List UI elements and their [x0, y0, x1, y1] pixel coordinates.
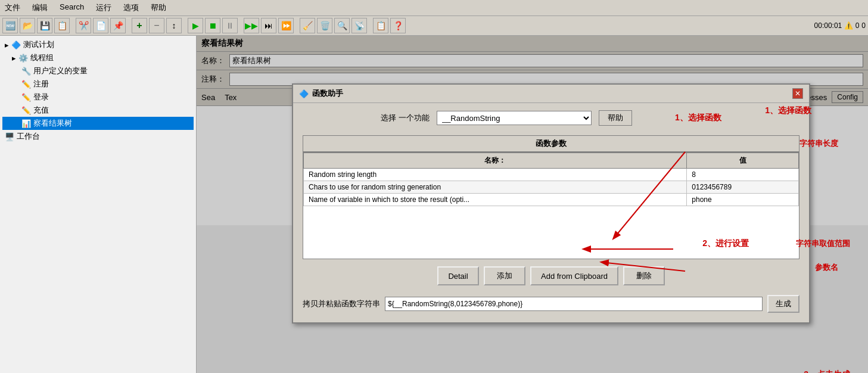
col-header-value: 值	[687, 153, 799, 169]
func-select-label: 选择 一个功能	[381, 113, 430, 123]
save-all-button[interactable]: 📋	[54, 18, 70, 33]
step1-text: 1、选择函数	[675, 113, 721, 123]
main-layout: ▸ 🔷 测试计划 ▸ ⚙️ 线程组 🔧 用户定义的变量 ✏️ 注册 ✏️ 登录 …	[0, 36, 868, 373]
content-area: 察看结果树 名称： 注释： Sea Tex 仅日志错误 Successes Co…	[197, 36, 868, 373]
expand-button[interactable]: ↕	[166, 18, 182, 33]
status-area: 00:00:01 ⚠️ 0 0	[814, 21, 866, 30]
add-button[interactable]: 添加	[484, 266, 525, 285]
cut-button[interactable]: ✂️	[76, 18, 91, 33]
expand-icon: ▸	[12, 54, 16, 63]
sidebar-item-register[interactable]: ✏️ 注册	[2, 77, 194, 91]
search-icon-btn[interactable]: 🔍	[334, 18, 350, 33]
user-vars-icon: 🔧	[21, 67, 31, 76]
toolbar: 🆕 📂 💾 📋 ✂️ 📄 📌 + − ↕ ▶ ⏹ ⏸ ▶▶ ⏭ ⏩ 🧹 🗑️ 🔍…	[0, 16, 868, 36]
stop-button[interactable]: ⏹	[205, 18, 220, 33]
delete-button[interactable]: 删除	[623, 266, 665, 285]
menu-run[interactable]: 运行	[94, 1, 114, 14]
test-plan-icon: 🔷	[11, 41, 21, 49]
clipboard-label: 拷贝并粘贴函数字符串	[303, 299, 380, 309]
clear2-button[interactable]: 🗑️	[317, 18, 332, 33]
error-count: 0	[861, 21, 866, 30]
func-selector-row: 选择 一个功能 __RandomString 帮助 1、选择函数	[303, 110, 799, 126]
sidebar-item-thread-group[interactable]: ▸ ⚙️ 线程组	[2, 51, 194, 64]
sidebar: ▸ 🔷 测试计划 ▸ ⚙️ 线程组 🔧 用户定义的变量 ✏️ 注册 ✏️ 登录 …	[0, 36, 197, 373]
row-name: Chars to use for random string generatio…	[304, 181, 687, 194]
menu-edit[interactable]: 编辑	[30, 1, 50, 14]
list-button[interactable]: 📋	[373, 18, 388, 33]
step-button[interactable]: ⏭	[261, 18, 276, 33]
run2-button[interactable]: ▶▶	[244, 18, 259, 33]
pause-button[interactable]: ⏸	[222, 18, 238, 33]
results-icon: 📊	[21, 119, 31, 128]
open-button[interactable]: 📂	[20, 18, 35, 33]
menu-search[interactable]: Search	[57, 1, 86, 14]
sidebar-item-label: 注册	[33, 79, 49, 89]
table-row[interactable]: Name of variable in which to store the r…	[304, 194, 799, 206]
help-button[interactable]: ❓	[390, 18, 406, 33]
new-button[interactable]: 🆕	[2, 18, 18, 33]
dialog-titlebar: 🔷 函数助手 ✕	[293, 85, 809, 103]
menubar: 文件 编辑 Search 运行 选项 帮助	[0, 0, 868, 16]
dialog-icon: 🔷	[299, 89, 309, 98]
run-button[interactable]: ▶	[188, 18, 203, 33]
clipboard-input[interactable]	[385, 297, 763, 311]
login-icon: ✏️	[21, 93, 31, 102]
action-buttons: Detail 添加 Add from Clipboard 删除	[303, 266, 799, 285]
col-header-name: 名称：	[304, 153, 687, 169]
params-title: 函数参数	[303, 135, 799, 152]
close-button[interactable]: ✕	[792, 88, 803, 99]
sidebar-item-label: 用户定义的变量	[33, 66, 88, 76]
row-name: Name of variable in which to store the r…	[304, 194, 687, 206]
detail-button[interactable]: Detail	[437, 266, 479, 285]
register-icon: ✏️	[21, 80, 31, 89]
expand-icon: ▸	[5, 41, 9, 49]
add-button[interactable]: +	[132, 18, 147, 33]
copy-button[interactable]: 📄	[93, 18, 108, 33]
step1-annotation: 1、选择函数	[765, 105, 811, 116]
sidebar-item-results-tree[interactable]: 📊 察看结果树	[2, 117, 194, 130]
row-value: 0123456789	[687, 181, 799, 194]
dialog-body: 1、选择函数 选择 一个功能 __RandomString 帮助 1、选择函数 …	[293, 103, 809, 322]
sidebar-item-label: 充值	[33, 105, 49, 116]
sidebar-item-workbench[interactable]: 🖥️ 工作台	[2, 130, 194, 143]
menu-help[interactable]: 帮助	[148, 1, 169, 14]
row-value: 8	[687, 169, 799, 181]
table-row[interactable]: Random string length 8	[304, 169, 799, 181]
dialog-title-text: 函数助手	[312, 88, 343, 99]
save-button[interactable]: 💾	[37, 18, 52, 33]
remove-button[interactable]: −	[149, 18, 164, 33]
clipboard-row: 拷贝并粘贴函数字符串 生成	[303, 293, 799, 315]
sidebar-item-label: 察看结果树	[33, 118, 72, 129]
sidebar-item-user-vars[interactable]: 🔧 用户定义的变量	[2, 64, 194, 77]
recharge-icon: ✏️	[21, 106, 31, 115]
sidebar-item-label: 工作台	[17, 131, 40, 142]
sidebar-item-label: 测试计划	[23, 39, 54, 50]
time-display: 00:00:01	[814, 21, 842, 30]
warning-count: ⚠️ 0	[844, 21, 859, 30]
generate-button[interactable]: 生成	[767, 295, 799, 313]
clear-button[interactable]: 🧹	[300, 18, 315, 33]
sidebar-item-login[interactable]: ✏️ 登录	[2, 91, 194, 104]
params-table-container: 名称： 值 Random string length 8 Chars to us…	[303, 152, 799, 259]
workbench-icon: 🖥️	[5, 132, 14, 141]
params-table: 名称： 值 Random string length 8 Chars to us…	[303, 153, 799, 206]
sidebar-item-test-plan[interactable]: ▸ 🔷 测试计划	[2, 38, 194, 51]
row-name: Random string length	[304, 169, 687, 181]
sidebar-item-recharge[interactable]: ✏️ 充值	[2, 104, 194, 117]
table-row[interactable]: Chars to use for random string generatio…	[304, 181, 799, 194]
menu-options[interactable]: 选项	[121, 1, 141, 14]
paste-button[interactable]: 📌	[110, 18, 126, 33]
menu-file[interactable]: 文件	[2, 1, 23, 14]
add-clipboard-button[interactable]: Add from Clipboard	[530, 266, 618, 285]
row-value: phone	[687, 194, 799, 206]
func-select[interactable]: __RandomString	[437, 111, 592, 125]
step2-button[interactable]: ⏩	[278, 18, 294, 33]
remote-button[interactable]: 📡	[351, 18, 367, 33]
sidebar-item-label: 线程组	[30, 52, 54, 63]
help-btn[interactable]: 帮助	[599, 110, 632, 126]
sidebar-item-label: 登录	[33, 92, 49, 102]
function-helper-dialog: 🔷 函数助手 ✕ 1、选择函数 选择 一个功能 __RandomString 帮…	[292, 83, 810, 324]
thread-group-icon: ⚙️	[18, 54, 28, 63]
